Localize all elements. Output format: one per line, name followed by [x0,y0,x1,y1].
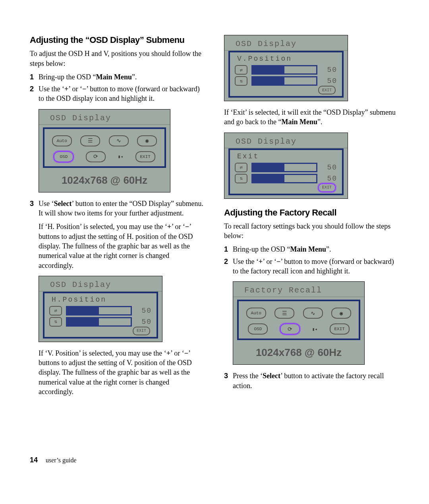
step-number: 2 [224,257,228,266]
step-text: Use ‘ [39,200,54,208]
step-bold: Select [263,372,280,380]
step-number: 2 [30,84,34,94]
slider-bar [251,65,317,75]
step-text: Bring-up the OSD “ [39,73,96,81]
exit-icon: EXIT [135,151,155,162]
osd-title: OSD Display [39,110,170,125]
slider-value: 50 [321,77,337,85]
slider-value: 50 [321,66,337,74]
plus-symbol: + [167,223,171,231]
minus-symbol: − [185,223,189,231]
osd-sub-label: Exit [235,152,337,161]
auto-icon: Auto [246,308,266,319]
osd-icon-grid: Auto ☰ ∿ ◉ OSD ⟳ ▮◂ EXIT [43,127,166,168]
language-icon: ▮◂ [118,154,123,159]
list-item: 3 Use ‘Select’ button to enter the “OSD … [30,199,205,218]
intro-paragraph: To recall factory settings back you shou… [224,221,399,241]
h-position-slider-row: ⇄ 50 [235,65,337,75]
step-text: Use the ‘ [39,85,64,93]
v-position-icon: ⇅ [49,317,62,327]
osd-icon-row: Auto ☰ ∿ ◉ [242,308,356,319]
osd-icon-row: Auto ☰ ∿ ◉ [48,135,161,146]
osd-submenu-body: H.Position ⇄ 50 ⇅ 50 EXIT [43,292,158,339]
v-position-icon: ⇅ [235,76,247,86]
page-footer: 14 user’s guide [30,456,77,464]
osd-screenshot-main-menu: OSD Display Auto ☰ ∿ ◉ OSD ⟳ ▮◂ EXIT 102… [39,109,170,192]
text: ’ or ‘ [171,223,185,231]
text: If ‘V. Position’ is selected, you may us… [39,349,166,357]
step-text: Bring-up the OSD “ [233,245,290,253]
step-text: Press the ‘ [233,372,263,380]
h-position-icon: ⇄ [235,65,247,75]
hposition-paragraph: If ‘H. Position’ is selected, you may us… [39,222,205,270]
slider-bar [251,76,317,86]
slider-value: 50 [136,318,152,326]
osd-icon: OSD [248,323,268,335]
recall-icon: ⟳ [280,323,300,335]
slider-bar [66,306,132,315]
list-item: 1 Bring-up the OSD “Main Menu”. [224,244,399,254]
document-page: Adjusting the “OSD Display” Submenu To a… [0,0,429,504]
plus-symbol: + [259,258,263,265]
osd-icon: OSD [54,151,73,162]
h-position-icon: ⇄ [235,163,247,172]
minus-symbol: − [82,85,86,93]
slider-value: 50 [321,175,337,183]
step-bold: Main Menu [96,73,132,81]
osd-icon-row: OSD ⟳ ▮◂ EXIT [242,323,356,335]
step-number: 3 [224,371,228,381]
slider-bar [251,163,317,172]
factory-recall-steps-cont: 3 Press the ‘Select’ button to activate … [224,371,399,391]
section-heading-factory-recall: Adjusting the Factory Recall [224,208,399,217]
list-item: 1 Bring-up the OSD “Main Menu”. [30,72,205,82]
osd-submenu-body: Exit ⇄ 50 ⇅ 50 EXIT [228,148,344,195]
color-icon: ◉ [137,135,157,146]
plus-symbol: + [166,349,170,357]
step-text: ’ or ‘ [263,258,276,265]
slider-value: 50 [321,164,337,171]
osd-title: OSD Display [224,35,348,51]
step-bold: Main Menu [290,245,326,253]
step-number: 1 [30,72,34,82]
slider-value: 50 [136,307,152,315]
step-text: Use the ‘ [233,258,259,265]
osd-sub-label: H.Position [49,296,152,304]
exit-icon: EXIT [318,86,336,94]
text: ’ or ‘ [170,349,184,357]
menu-icon: ☰ [80,135,100,146]
intro-paragraph: To adjust the OSD H and V, positions you… [30,49,205,68]
auto-icon: Auto [52,135,72,146]
osd-title: Factory Recall [233,282,364,297]
exit-paragraph: If ‘Exit’ is selected, it will exit the … [224,108,399,127]
list-item: 2 Use the ‘+’ or ‘−’ button to move (for… [224,257,399,276]
two-column-layout: Adjusting the “OSD Display” Submenu To a… [30,35,399,444]
exit-icon: EXIT [133,327,150,335]
h-position-icon: ⇄ [49,306,62,315]
menu-icon: ☰ [274,308,294,319]
v-position-slider-row: ⇅ 50 [235,76,337,86]
text: If ‘H. Position’ is selected, you may us… [39,223,167,231]
h-position-slider-row: ⇄ 50 [49,306,152,315]
slider-bar [251,174,317,183]
wave-icon: ∿ [303,308,323,319]
color-icon: ◉ [331,308,351,319]
step-number: 1 [224,244,228,254]
osd-screenshot-exit: OSD Display Exit ⇄ 50 ⇅ 50 EXIT [224,133,348,199]
osd-screenshot-factory-recall: Factory Recall Auto ☰ ∿ ◉ OSD ⟳ ▮◂ EXIT … [233,281,365,365]
page-number: 14 [30,456,38,464]
wave-icon: ∿ [109,135,129,146]
osd-display-steps: 1 Bring-up the OSD “Main Menu”. 2 Use th… [30,72,205,104]
text: ”. [317,118,323,126]
list-item: 2 Use the ‘+’ or ‘−’ button to move (for… [30,84,205,104]
osd-submenu-body: V.Position ⇄ 50 ⇅ 50 EXIT [228,51,344,98]
exit-icon: EXIT [318,183,336,192]
step-text: ”. [326,245,331,253]
osd-resolution: 1024x768 @ 60Hz [233,342,364,364]
h-position-slider-row: ⇄ 50 [235,163,337,172]
plus-symbol: + [64,85,68,93]
osd-display-steps-cont: 3 Use ‘Select’ button to enter the “OSD … [30,199,205,218]
osd-resolution: 1024x768 @ 60Hz [39,169,170,192]
minus-symbol: − [184,349,188,357]
exit-icon: EXIT [330,323,350,335]
language-icon: ▮◂ [312,327,317,332]
